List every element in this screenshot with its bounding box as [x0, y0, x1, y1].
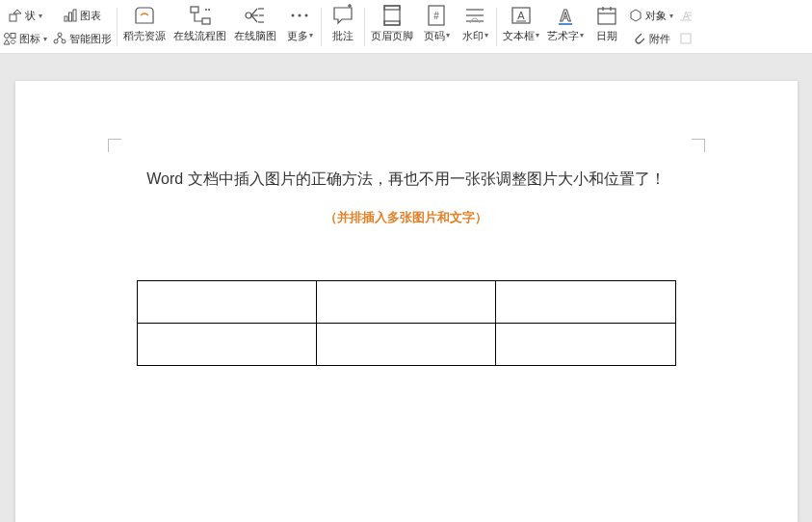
chart-button[interactable]: 图表	[64, 6, 101, 25]
page-number-label: 页码	[424, 29, 445, 42]
extra-icon	[679, 32, 693, 45]
svg-rect-0	[10, 14, 16, 21]
chevron-down-icon: ▾	[580, 29, 584, 42]
more-label: 更多	[287, 29, 308, 42]
docer-resource-button[interactable]: 稻壳资源	[119, 2, 170, 52]
page-number-icon: #	[424, 4, 449, 27]
smart-graphic-button[interactable]: 智能图形	[53, 29, 112, 48]
more-icon	[287, 4, 312, 27]
attachment-button[interactable]: 附件	[633, 29, 670, 48]
attachment-icon	[633, 32, 646, 45]
header-footer-icon	[380, 4, 405, 27]
docer-resource-label: 稻壳资源	[123, 29, 166, 42]
smart-graphic-icon	[53, 32, 66, 45]
table-cell[interactable]	[316, 281, 495, 324]
smart-graphic-label: 智能图形	[69, 32, 112, 46]
chevron-down-icon: ▾	[446, 29, 450, 42]
online-mindmap-label: 在线脑图	[234, 29, 276, 42]
shape-icon	[9, 9, 22, 22]
docer-resource-icon	[132, 4, 157, 27]
icon-label: 图标	[19, 32, 40, 46]
chevron-down-icon: ▾	[536, 29, 539, 42]
online-mindmap-button[interactable]: 在线脑图	[230, 2, 280, 52]
svg-rect-3	[11, 34, 15, 39]
svg-rect-6	[65, 16, 67, 21]
more-button[interactable]: 更多▾	[280, 2, 319, 52]
document-canvas[interactable]: Word 文档中插入图片的正确方法，再也不用一张张调整图片大小和位置了！ （并排…	[0, 54, 812, 522]
online-flowchart-button[interactable]: 在线流程图	[170, 2, 230, 52]
object-button[interactable]: 对象 ▾	[629, 6, 673, 25]
table-cell[interactable]	[316, 324, 495, 366]
margin-corner-tr	[692, 139, 705, 152]
svg-text:A: A	[560, 8, 571, 24]
extra-button[interactable]	[679, 29, 693, 48]
table-cell[interactable]	[137, 281, 316, 324]
chevron-down-icon: ▾	[669, 12, 673, 20]
shapes-icons-column: 状 ▾ 图标 ▾	[0, 2, 50, 52]
table-row[interactable]	[137, 324, 675, 366]
page-number-button[interactable]: # 页码▾	[417, 2, 456, 52]
comment-button[interactable]: 批注	[324, 2, 362, 52]
document-table[interactable]	[137, 280, 676, 366]
svg-text:A: A	[517, 10, 525, 21]
svg-rect-7	[69, 13, 72, 21]
svg-line-21	[251, 15, 257, 22]
shape-label: 状	[25, 9, 36, 23]
flowchart-icon	[188, 4, 213, 27]
svg-point-18	[246, 13, 251, 18]
icon-button[interactable]: 图标 ▾	[3, 29, 47, 48]
shape-button[interactable]: 状 ▾	[9, 6, 42, 25]
object-attachment-column: 对象 ▾ 附件	[626, 2, 676, 52]
svg-marker-1	[13, 10, 21, 13]
mindmap-icon	[243, 4, 268, 27]
svg-rect-43	[598, 9, 616, 24]
svg-rect-14	[191, 7, 198, 13]
chevron-down-icon: ▾	[309, 29, 313, 42]
attachment-label: 附件	[649, 32, 670, 46]
online-flowchart-label: 在线流程图	[173, 29, 226, 42]
object-icon	[629, 9, 642, 22]
dropcap-button[interactable]: A	[679, 6, 693, 25]
svg-point-9	[58, 33, 62, 37]
svg-marker-5	[11, 39, 15, 44]
table-cell[interactable]	[137, 324, 316, 366]
ribbon-toolbar: 状 ▾ 图标 ▾ 图表 智能图形 稻壳资源 在线流程图	[0, 0, 812, 54]
header-footer-button[interactable]: 页眉页脚	[367, 2, 417, 52]
date-icon	[594, 4, 619, 27]
comment-label: 批注	[332, 29, 354, 42]
dropcap-column: A	[676, 2, 695, 52]
separator	[117, 8, 118, 46]
table-cell[interactable]	[496, 281, 675, 324]
svg-point-11	[62, 39, 65, 43]
svg-rect-15	[202, 18, 210, 24]
separator	[364, 8, 365, 46]
separator	[496, 8, 497, 46]
svg-text:#: #	[433, 11, 439, 21]
date-label: 日期	[596, 29, 617, 42]
svg-point-26	[299, 14, 301, 17]
textbox-button[interactable]: A 文本框▾	[499, 2, 543, 52]
wordart-button[interactable]: A 艺术字▾	[543, 2, 588, 52]
svg-point-16	[205, 9, 207, 11]
svg-rect-30	[384, 6, 400, 25]
svg-line-13	[60, 37, 63, 39]
svg-line-19	[251, 9, 257, 15]
watermark-button[interactable]: 水印▾	[456, 2, 494, 52]
chevron-down-icon: ▾	[43, 35, 47, 43]
margin-corner-tl	[108, 139, 121, 152]
page[interactable]: Word 文档中插入图片的正确方法，再也不用一张张调整图片大小和位置了！ （并排…	[15, 81, 798, 522]
table-row[interactable]	[137, 281, 675, 324]
chart-label: 图表	[80, 9, 101, 23]
document-subtitle[interactable]: （并排插入多张图片和文字）	[108, 209, 705, 226]
date-button[interactable]: 日期	[588, 2, 626, 52]
table-cell[interactable]	[496, 324, 675, 366]
svg-point-25	[292, 14, 295, 17]
svg-point-10	[54, 39, 58, 43]
document-title[interactable]: Word 文档中插入图片的正确方法，再也不用一张张调整图片大小和位置了！	[108, 170, 705, 190]
chart-icon	[64, 9, 77, 22]
svg-point-2	[5, 34, 10, 39]
comment-icon	[330, 4, 355, 27]
svg-marker-47	[631, 10, 641, 21]
chevron-down-icon: ▾	[485, 29, 488, 42]
wordart-label: 艺术字	[547, 29, 579, 42]
